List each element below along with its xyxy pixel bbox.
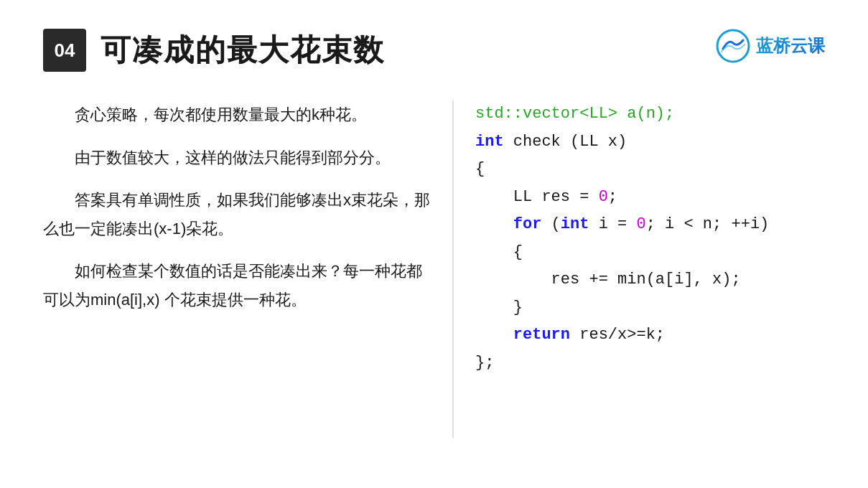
text-paragraph-2: 由于数值较大，这样的做法只能得到部分分。	[43, 144, 431, 172]
text-paragraph-1: 贪心策略，每次都使用数量最大的k种花。	[43, 100, 431, 129]
code-line-5: for (int i = 0; i < n; ++i)	[475, 211, 825, 239]
divider	[452, 100, 454, 438]
logo: 蓝桥云课	[716, 29, 825, 63]
code-line-2: int check (LL x)	[475, 128, 825, 156]
header: 04 可凑成的最大花束数	[43, 29, 825, 72]
text-paragraph-4: 如何检查某个数值的话是否能凑出来？每一种花都可以为min(a[i],x) 个花束…	[43, 257, 431, 314]
code-line-3: {	[475, 156, 825, 184]
number-badge: 04	[43, 29, 86, 72]
page-title: 可凑成的最大花束数	[101, 30, 385, 70]
slide: 04 可凑成的最大花束数 蓝桥云课 贪心策略，每次都使用数量最大的k种花。 由于…	[0, 0, 868, 488]
code-line-7: res += min(a[i], x);	[475, 266, 825, 294]
code-line-4: LL res = 0;	[475, 184, 825, 212]
code-line-1: std::vector<LL> a(n);	[475, 100, 825, 128]
code-panel: std::vector<LL> a(n); int check (LL x) {…	[461, 100, 825, 438]
code-line-9: return res/x>=k;	[475, 322, 825, 349]
text-panel: 贪心策略，每次都使用数量最大的k种花。 由于数值较大，这样的做法只能得到部分分。…	[43, 100, 445, 438]
content-area: 贪心策略，每次都使用数量最大的k种花。 由于数值较大，这样的做法只能得到部分分。…	[43, 100, 825, 438]
logo-icon	[716, 29, 750, 63]
code-line-10: };	[475, 349, 825, 377]
code-line-6: {	[475, 239, 825, 267]
logo-text: 蓝桥云课	[756, 34, 825, 57]
text-paragraph-3: 答案具有单调性质，如果我们能够凑出x束花朵，那么也一定能凑出(x-1)朵花。	[43, 186, 431, 243]
code-line-8: }	[475, 294, 825, 322]
